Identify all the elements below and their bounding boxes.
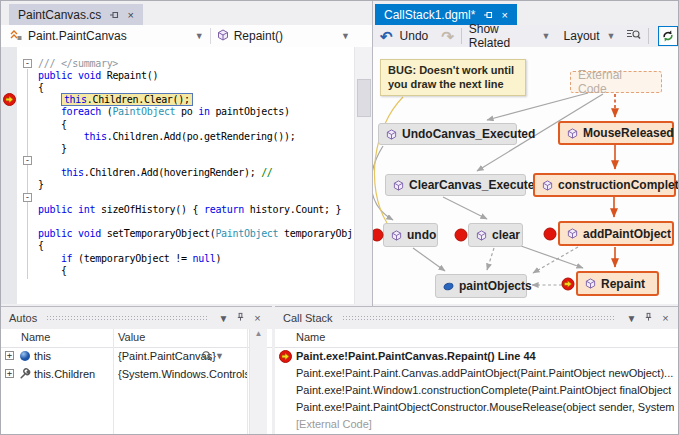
- code-line[interactable]: public int sizeOfHistory() { reaturn his…: [1, 203, 355, 215]
- fold-toggle-icon[interactable]: -: [23, 193, 32, 202]
- code-line[interactable]: foreach (PaintObject po in paintObjects): [1, 106, 355, 118]
- stack-frame-row[interactable]: Paint.exe!Paint.PaintObjectConstructor.M…: [275, 399, 679, 416]
- expand-icon[interactable]: +: [5, 351, 14, 360]
- column-header-name[interactable]: Name: [296, 331, 325, 343]
- chevron-down-icon[interactable]: ▼: [195, 31, 204, 41]
- breakpoint-margin[interactable]: [1, 215, 17, 227]
- show-related-button[interactable]: Show Related: [469, 22, 535, 50]
- breakpoint-margin[interactable]: [1, 191, 17, 203]
- chevron-down-icon[interactable]: ▼: [217, 313, 230, 324]
- breakpoint-margin[interactable]: [1, 252, 17, 264]
- close-icon[interactable]: ×: [251, 312, 264, 324]
- fold-toggle-icon[interactable]: -: [23, 156, 32, 165]
- breakpoint-margin[interactable]: [1, 118, 17, 130]
- drag-handle[interactable]: [342, 315, 616, 321]
- chevron-down-icon[interactable]: ▼: [341, 31, 350, 41]
- redo-icon[interactable]: ↷: [441, 29, 454, 44]
- undo-icon[interactable]: ↶: [380, 29, 393, 44]
- code-line[interactable]: [1, 215, 355, 227]
- code-line[interactable]: public void Repaint(): [1, 69, 355, 81]
- code-line[interactable]: if (temporaryObject != null): [1, 252, 355, 264]
- variable-row[interactable]: +this{Paint.PaintCanvas}▼: [1, 347, 272, 365]
- pin-icon[interactable]: [642, 312, 655, 324]
- code-line[interactable]: -/// </summary>: [1, 57, 355, 69]
- expand-icon[interactable]: +: [5, 369, 14, 378]
- breakpoint-margin[interactable]: [1, 106, 17, 118]
- chevron-down-icon[interactable]: ▼: [215, 351, 224, 361]
- layout-button[interactable]: Layout: [564, 29, 600, 43]
- graph-node-construction[interactable]: constructionComplete: [533, 173, 676, 197]
- breakpoint-margin[interactable]: [1, 264, 17, 276]
- code-editor[interactable]: -/// </summary>public void Repaint(){ th…: [1, 47, 372, 304]
- graph-node-repaint[interactable]: Repaint: [576, 271, 659, 296]
- stack-frame-row[interactable]: Paint.exe!Paint.Paint.Canvas.addPaintObj…: [275, 365, 679, 382]
- close-icon[interactable]: ×: [127, 9, 133, 21]
- code-line[interactable]: {: [1, 118, 355, 130]
- undo-button[interactable]: Undo: [400, 29, 429, 43]
- editor-vertical-scrollbar[interactable]: [354, 47, 372, 304]
- member-dropdown[interactable]: Repaint(): [234, 29, 283, 43]
- code-line[interactable]: this.Children.Add(po.getRendering());: [1, 130, 355, 142]
- breakpoint-margin[interactable]: [1, 94, 17, 106]
- code-line[interactable]: this.Children.Clear();: [1, 94, 355, 106]
- breakpoint-margin[interactable]: [1, 228, 17, 240]
- sync-toggle[interactable]: [658, 26, 678, 46]
- close-icon[interactable]: ×: [659, 312, 672, 324]
- breakpoint-margin[interactable]: [1, 167, 17, 179]
- code-line[interactable]: public void setTemporaryObject(PaintObje…: [1, 228, 355, 240]
- breakpoint-margin[interactable]: [1, 81, 17, 93]
- breakpoint-margin[interactable]: [1, 240, 17, 252]
- graph-node-mouse[interactable]: MouseReleased: [558, 121, 674, 145]
- autos-scrollbar[interactable]: ▲: [249, 329, 267, 435]
- code-line[interactable]: this.Children.Add(hoveringRender); //: [1, 167, 355, 179]
- breakpoint-margin[interactable]: [1, 142, 17, 154]
- graph-annotation-note[interactable]: BUG: Doesn't work until you draw the nex…: [380, 59, 526, 96]
- fold-toggle-icon[interactable]: -: [23, 59, 32, 68]
- stack-frame-row[interactable]: Paint.exe!Paint.Window1.constructionComp…: [275, 382, 679, 399]
- dgml-graph-canvas[interactable]: BUG: Doesn't work until you draw the nex…: [373, 47, 679, 304]
- breakpoint-margin[interactable]: [1, 57, 17, 69]
- variable-row[interactable]: +this.Children{System.Windows.Controls: [1, 365, 272, 383]
- pin-icon[interactable]: [483, 10, 493, 20]
- graph-node-undoExec[interactable]: UndoCanvas_Executed: [378, 123, 517, 145]
- chevron-down-icon[interactable]: ▼: [607, 31, 616, 41]
- stack-frame-row[interactable]: [External Code]: [275, 416, 679, 433]
- code-line[interactable]: {: [1, 81, 355, 93]
- graph-node-paintObjects[interactable]: paintObjects: [435, 274, 527, 298]
- method-icon: [585, 278, 596, 289]
- close-icon[interactable]: ×: [501, 9, 507, 21]
- breakpoint-margin[interactable]: [1, 203, 17, 215]
- drag-handle[interactable]: [46, 315, 208, 321]
- code-line[interactable]: -: [1, 191, 355, 203]
- column-header-name[interactable]: Name: [21, 331, 50, 343]
- code-line[interactable]: }: [1, 142, 355, 154]
- breakpoint-margin[interactable]: [1, 155, 17, 167]
- breakpoint-margin[interactable]: [1, 179, 17, 191]
- graph-node-external[interactable]: External Code: [570, 71, 662, 93]
- code-line[interactable]: {: [1, 264, 355, 276]
- autos-titlebar[interactable]: Autos ▼ ×: [1, 307, 272, 329]
- breakpoint-margin[interactable]: [1, 130, 17, 142]
- breakpoint-margin[interactable]: [1, 69, 17, 81]
- callstack-titlebar[interactable]: Call Stack ▼ ×: [275, 307, 679, 329]
- stack-frame-row[interactable]: Paint.exe!Paint.PaintCanvas.Repaint() Li…: [275, 348, 679, 365]
- chevron-down-icon[interactable]: ▼: [542, 31, 551, 41]
- column-header-value[interactable]: Value: [118, 331, 145, 343]
- code-text: if (temporaryObject != null): [38, 253, 221, 264]
- code-line[interactable]: }: [1, 179, 355, 191]
- graph-node-clear[interactable]: clear: [468, 223, 523, 247]
- chevron-down-icon[interactable]: ▼: [625, 313, 638, 324]
- type-dropdown[interactable]: Paint.PaintCanvas: [28, 29, 127, 43]
- pin-icon[interactable]: [234, 312, 247, 324]
- pin-icon[interactable]: [109, 10, 119, 20]
- tab-paintcanvas[interactable]: PaintCanvas.cs ×: [9, 4, 143, 25]
- graph-node-undo[interactable]: undo: [383, 223, 438, 247]
- graph-node-clearExec[interactable]: ClearCanvas_Executed: [385, 174, 526, 196]
- code-line[interactable]: -: [1, 155, 355, 167]
- magnifier-icon[interactable]: [201, 350, 213, 364]
- graph-node-addPaint[interactable]: addPaintObject: [558, 221, 674, 246]
- variable-name: this: [34, 350, 51, 362]
- zoom-icon[interactable]: [626, 28, 641, 44]
- code-line[interactable]: {: [1, 240, 355, 252]
- scrollbar-thumb[interactable]: [357, 79, 371, 117]
